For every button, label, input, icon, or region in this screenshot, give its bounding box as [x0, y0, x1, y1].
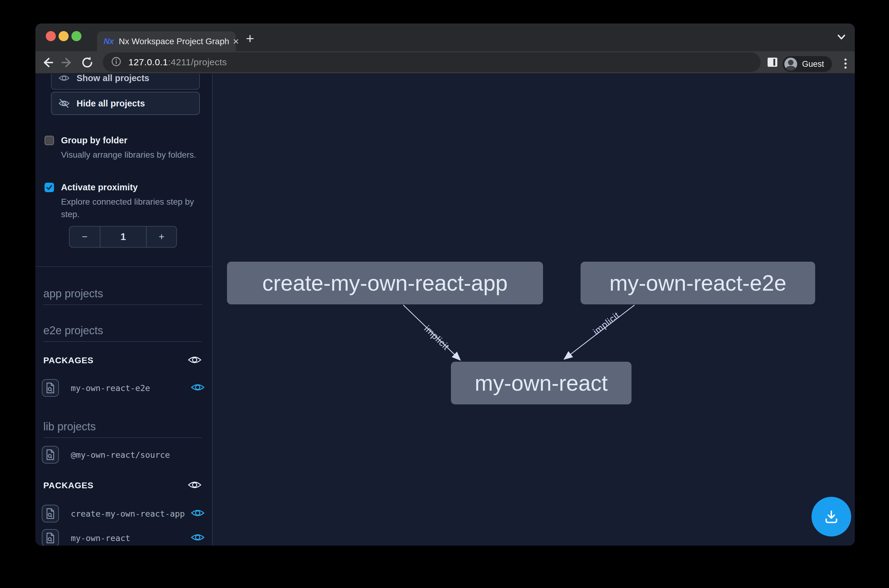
site-info-icon[interactable] — [111, 56, 122, 68]
project-row-my-own-react-e2e[interactable]: my-own-react-e2e — [42, 379, 205, 397]
check-icon — [46, 184, 53, 191]
browser-menu-icon[interactable] — [844, 57, 847, 70]
browser-toolbar: 127.0.0.1:4211/projects Guest — [35, 51, 855, 74]
url-text: 127.0.0.1:4211/projects — [128, 57, 227, 68]
tab-close-icon[interactable]: × — [233, 35, 239, 47]
project-name: @my-own-react/source — [71, 450, 205, 460]
section-title-lib-projects: lib projects — [43, 420, 202, 438]
file-search-icon — [42, 379, 59, 397]
sidebar-divider — [35, 266, 213, 267]
graph-edges: implicit implicit — [213, 74, 855, 546]
proximity-depth-value: 1 — [101, 226, 147, 247]
url-host: 127.0.0.1 — [128, 57, 168, 67]
project-row-create-my-own-react-app[interactable]: create-my-own-react-app — [42, 505, 205, 522]
project-row-my-own-react-source[interactable]: @my-own-react/source — [42, 446, 205, 464]
screenshot-stage: Nx Nx Workspace Project Graph × + — [0, 0, 889, 588]
group-by-folder-description: Visually arrange libraries by folders. — [61, 148, 205, 161]
packages-header-top-label: PACKAGES — [43, 356, 187, 365]
graph-canvas[interactable]: implicit implicit create-my-own-react-ap… — [213, 74, 855, 546]
packages-header-bottom: PACKAGES — [43, 479, 202, 492]
packages-header-bottom-label: PACKAGES — [43, 481, 187, 490]
side-panel-icon[interactable] — [766, 56, 779, 69]
zoom-window-button[interactable] — [71, 31, 81, 41]
project-name: my-own-react-e2e — [71, 383, 191, 393]
show-all-projects-button[interactable]: Show all projects — [51, 74, 200, 90]
back-icon[interactable] — [40, 56, 55, 71]
sidebar: Show all projects Hide all projects Grou… — [35, 74, 213, 546]
edge-label-implicit: implicit — [422, 324, 452, 352]
file-search-icon — [42, 446, 59, 464]
project-row-my-own-react[interactable]: my-own-react — [42, 529, 205, 546]
close-window-button[interactable] — [46, 31, 56, 41]
profile-button[interactable]: Guest — [782, 56, 832, 72]
section-title-e2e-projects: e2e projects — [43, 324, 202, 342]
browser-tab[interactable]: Nx Nx Workspace Project Graph × — [97, 32, 236, 51]
packages-header-top: PACKAGES — [43, 354, 202, 367]
group-by-folder-label: Group by folder — [61, 136, 128, 145]
group-by-folder-checkbox[interactable] — [45, 136, 54, 145]
increment-button[interactable]: + — [147, 226, 176, 247]
activate-proximity-label: Activate proximity — [61, 183, 138, 192]
download-icon — [822, 507, 841, 526]
file-search-icon — [42, 529, 59, 546]
show-all-projects-label: Show all projects — [77, 74, 150, 83]
graph-node-my-own-react-e2e[interactable]: my-own-react-e2e — [581, 262, 815, 304]
file-search-icon — [42, 505, 59, 522]
hide-all-projects-label: Hide all projects — [77, 99, 145, 109]
app-page: Show all projects Hide all projects Grou… — [35, 74, 855, 546]
forward-icon[interactable] — [60, 56, 75, 71]
decrement-button[interactable]: − — [69, 226, 101, 247]
section-title-app-projects: app projects — [43, 287, 202, 305]
eye-off-icon — [58, 98, 70, 109]
project-name: create-my-own-react-app — [71, 509, 191, 519]
graph-node-create-my-own-react-app[interactable]: create-my-own-react-app — [227, 262, 543, 304]
graph-node-my-own-react[interactable]: my-own-react — [451, 362, 632, 404]
toggle-all-visibility-icon[interactable] — [187, 479, 202, 492]
activate-proximity-description: Explore connected libraries step by step… — [61, 195, 205, 220]
url-bar[interactable]: 127.0.0.1:4211/projects — [103, 52, 761, 72]
reload-icon[interactable] — [80, 56, 95, 71]
proximity-depth-stepper: − 1 + — [69, 226, 177, 248]
tab-strip: Nx Nx Workspace Project Graph × + — [35, 24, 855, 51]
tab-title: Nx Workspace Project Graph — [119, 37, 229, 46]
visibility-eye-icon-active[interactable] — [191, 532, 205, 544]
edge-label-implicit: implicit — [591, 310, 622, 336]
visibility-eye-icon-active[interactable] — [191, 382, 205, 394]
browser-window: Nx Nx Workspace Project Graph × + — [35, 24, 855, 546]
eye-icon — [58, 74, 70, 83]
new-tab-button[interactable]: + — [246, 30, 254, 46]
profile-label: Guest — [802, 60, 824, 69]
visibility-eye-icon-active[interactable] — [191, 508, 205, 519]
project-name: my-own-react — [71, 533, 191, 543]
nx-favicon-icon: Nx — [104, 37, 114, 46]
url-path: :4211/projects — [168, 57, 227, 67]
hide-all-projects-button[interactable]: Hide all projects — [51, 92, 200, 115]
download-graph-button[interactable] — [811, 497, 851, 537]
avatar-icon — [784, 58, 797, 70]
activate-proximity-checkbox[interactable] — [45, 183, 54, 192]
toggle-all-visibility-icon[interactable] — [187, 354, 202, 367]
tab-search-chevron-icon[interactable] — [835, 33, 848, 43]
minimize-window-button[interactable] — [59, 31, 69, 41]
